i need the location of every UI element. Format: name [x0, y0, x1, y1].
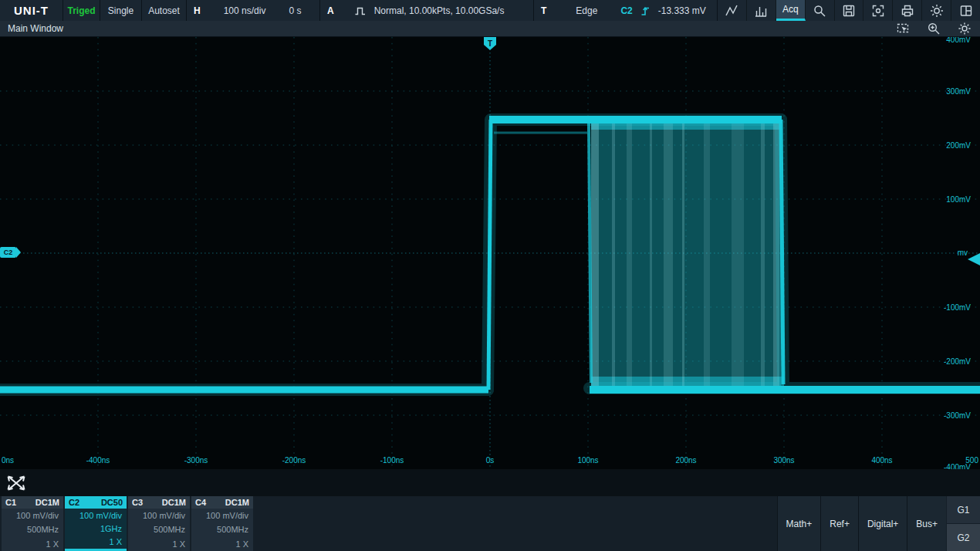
window-title-icons	[887, 21, 980, 36]
y-axis-label: -100mV	[944, 303, 971, 312]
uni-t-logo: UNI-T	[0, 0, 63, 21]
waveform-display[interactable]: T C2 400mV 300mV 200mV 100mV mv -100mV -…	[0, 37, 980, 469]
printer-icon[interactable]	[893, 0, 922, 21]
channel-bar: C1 DC1M 100 mV/div 500MHz 1 X C2 DC50 10…	[0, 496, 980, 551]
trigger-source-value: C2	[620, 5, 632, 16]
channel-probe: 1 X	[191, 537, 253, 551]
channel-bandwidth: 500MHz	[191, 522, 253, 536]
display-settings-icon[interactable]	[949, 21, 980, 36]
ref-add-button[interactable]: Ref+	[820, 496, 858, 551]
channel-scale: 100 mV/div	[191, 509, 253, 522]
pulse-icon	[354, 5, 367, 17]
y-axis-label: -200mV	[944, 357, 971, 366]
x-axis-label: -100ns	[380, 456, 404, 465]
horizontal-settings-button[interactable]: H 100 ns/div 0 s	[187, 0, 320, 21]
trace-c2	[0, 120, 980, 390]
y-axis-label: 300mV	[946, 87, 971, 96]
channel-probe: 1 X	[65, 536, 127, 549]
channel-id: C3	[132, 498, 143, 507]
toolbar-icons: Acq	[718, 0, 980, 21]
bus-add-button[interactable]: Bus+	[907, 496, 946, 551]
channel-scale: 100 mV/div	[65, 509, 127, 522]
horizontal-label: H	[194, 5, 201, 16]
channel-c2-block[interactable]: C2 DC50 100 mV/div 1GHz 1 X	[65, 496, 127, 551]
acquire-label: A	[327, 5, 334, 16]
svg-text:C2: C2	[4, 248, 13, 256]
channel-c4-block[interactable]: C4 DC1M 100 mV/div 500MHz 1 X	[191, 496, 253, 551]
trigger-position-marker[interactable]: T	[484, 37, 496, 50]
save-icon[interactable]	[835, 0, 864, 21]
x-axis-label: 500	[965, 456, 978, 465]
timebase-value: 100 ns/div	[224, 5, 266, 16]
trigger-status-indicator: Triged	[63, 0, 100, 21]
x-axis-label: 0s	[486, 456, 495, 465]
pan-move-icon[interactable]	[5, 474, 27, 492]
channel-id: C1	[5, 498, 16, 507]
autoset-button[interactable]: Autoset	[142, 0, 187, 21]
channel-bandwidth: 500MHz	[2, 522, 63, 536]
trigger-label: T	[541, 5, 546, 16]
channel-probe: 1 X	[2, 537, 63, 551]
digital-add-button[interactable]: Digital+	[858, 496, 907, 551]
y-axis-label: 200mV	[946, 141, 971, 150]
y-axis-label: -300mV	[944, 411, 971, 420]
math-add-button[interactable]: Math+	[777, 496, 821, 551]
acq-button[interactable]: Acq	[776, 0, 806, 21]
search-icon[interactable]	[806, 0, 835, 21]
channel-c2-marker[interactable]: C2	[0, 247, 21, 258]
tool-strip	[0, 469, 980, 496]
noise-reject-icon[interactable]	[718, 0, 747, 21]
x-axis-label: 400ns	[871, 456, 892, 465]
group-column: G1 G2	[947, 496, 980, 551]
channel-bar-spacer	[255, 496, 777, 551]
waveform-canvas[interactable]: T C2	[0, 37, 980, 469]
x-axis-label: 0ns	[2, 456, 14, 465]
y-axis-zero-label: mv	[958, 248, 968, 257]
trigger-level-value: -13.333 mV	[658, 5, 706, 16]
x-axis-label: 300ns	[773, 456, 794, 465]
single-button[interactable]: Single	[100, 0, 142, 21]
trigger-level-marker[interactable]	[968, 253, 980, 265]
svg-text:T: T	[488, 39, 492, 48]
channel-coupling: DC1M	[35, 498, 59, 507]
x-axis-label: 200ns	[675, 456, 696, 465]
group-g2-button[interactable]: G2	[947, 524, 980, 551]
screenshot-icon[interactable]	[863, 0, 893, 21]
trigger-settings-button[interactable]: T Edge C2 -13.333 mV	[534, 0, 718, 21]
y-axis-label: 100mV	[946, 195, 971, 204]
x-axis-label: -400ns	[86, 456, 110, 465]
channel-id: C2	[69, 498, 79, 507]
horizontal-offset-value: 0 s	[289, 5, 301, 16]
channel-id: C4	[195, 498, 206, 507]
channel-scale: 100 mV/div	[2, 509, 63, 522]
rising-edge-icon	[640, 5, 651, 17]
auto-measure-icon[interactable]	[887, 21, 918, 36]
top-toolbar: UNI-T Triged Single Autoset H 100 ns/div…	[0, 0, 980, 21]
x-axis-label: -200ns	[282, 456, 306, 465]
x-axis-label: 100ns	[577, 456, 598, 465]
channel-coupling: DC1M	[162, 498, 186, 507]
channel-coupling: DC50	[101, 498, 123, 507]
trace-persistence-band	[591, 117, 784, 392]
interpolation-icon[interactable]	[747, 0, 776, 21]
channel-bandwidth: 1GHz	[65, 522, 127, 535]
channel-scale: 100 mV/div	[128, 509, 190, 522]
y-axis-label: 400mV	[946, 37, 971, 44]
channel-c3-block[interactable]: C3 DC1M 100 mV/div 500MHz 1 X	[128, 496, 190, 551]
channel-coupling: DC1M	[225, 498, 249, 507]
acquire-settings-button[interactable]: A Normal, 10.00kPts, 10.00GSa/s	[320, 0, 534, 21]
window-title: Main Window	[8, 23, 63, 34]
window-layout-icon[interactable]	[951, 0, 980, 21]
channel-bandwidth: 500MHz	[128, 522, 190, 536]
zoom-in-icon[interactable]	[918, 21, 949, 36]
channel-probe: 1 X	[128, 537, 190, 551]
settings-icon[interactable]	[922, 0, 951, 21]
trigger-type-value: Edge	[576, 5, 597, 16]
channel-c1-block[interactable]: C1 DC1M 100 mV/div 500MHz 1 X	[2, 496, 63, 551]
acquire-info: Normal, 10.00kPts, 10.00GSa/s	[374, 5, 505, 16]
x-axis-label: -300ns	[184, 456, 208, 465]
oscilloscope-app: UNI-T Triged Single Autoset H 100 ns/div…	[0, 0, 980, 551]
window-title-bar: Main Window	[0, 21, 980, 37]
group-g1-button[interactable]: G1	[947, 496, 980, 523]
